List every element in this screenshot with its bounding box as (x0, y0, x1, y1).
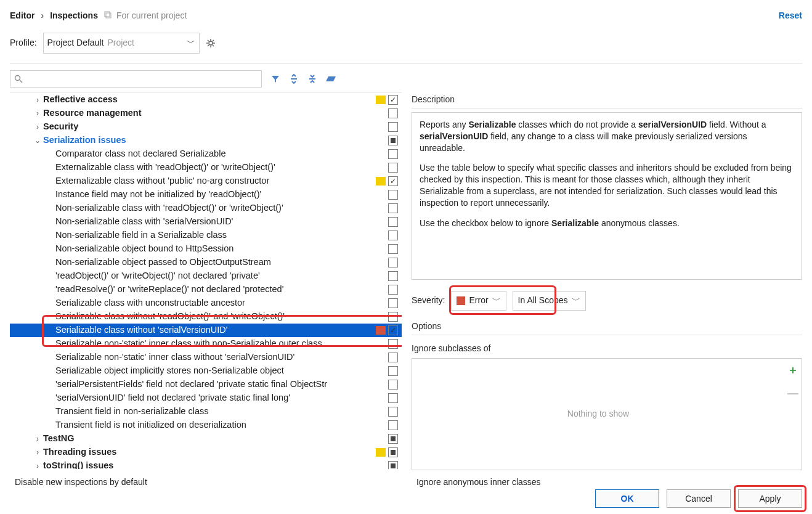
tree-item[interactable]: Non-serializable class with 'readObject(… (10, 202, 402, 215)
tree-item-label: Non-serializable object passed to Object… (55, 256, 271, 269)
search-icon (14, 75, 23, 83)
tree-item[interactable]: Non-serializable object bound to HttpSes… (10, 242, 402, 256)
inspection-checkbox[interactable] (388, 420, 398, 430)
severity-swatch-icon (376, 136, 386, 145)
profile-select[interactable]: Project Default Project ﹀ (43, 33, 200, 54)
tree-item[interactable]: Serializable class without 'readObject()… (10, 310, 402, 324)
severity-swatch-icon (376, 285, 386, 294)
inspection-checkbox[interactable] (388, 285, 398, 295)
tree-item[interactable]: Transient field is not initialized on de… (10, 418, 402, 432)
gear-icon[interactable] (206, 38, 216, 48)
tree-item-label: Externalizable class without 'public' no… (55, 175, 269, 187)
ignore-anonymous-label: Ignore anonymous inner classes (416, 476, 541, 488)
tree-category[interactable]: ⌄ Serialization issues (10, 134, 402, 147)
apply-button[interactable]: Apply (738, 489, 802, 508)
inspection-checkbox[interactable] (388, 190, 398, 200)
inspection-checkbox[interactable] (388, 95, 398, 105)
tree-category[interactable]: › Reflective access (10, 93, 402, 107)
ok-button[interactable]: OK (595, 489, 659, 508)
inspection-checkbox[interactable] (388, 217, 398, 227)
tree-item[interactable]: Comparator class not declared Serializab… (10, 147, 402, 161)
reset-tool-icon[interactable] (326, 74, 337, 84)
inspection-checkbox[interactable] (388, 271, 398, 281)
tree-item[interactable]: 'readResolve()' or 'writeReplace()' not … (10, 283, 402, 296)
inspection-checkbox[interactable] (388, 461, 398, 469)
inspection-checkbox[interactable] (388, 325, 398, 335)
add-button[interactable]: ＋ (787, 362, 798, 377)
inspection-checkbox[interactable] (388, 136, 398, 145)
severity-swatch-icon (376, 394, 386, 402)
tree-item[interactable]: 'readObject()' or 'writeObject()' not de… (10, 269, 402, 283)
tree-item[interactable]: Serializable class with unconstructable … (10, 296, 402, 310)
search-input[interactable] (10, 70, 262, 88)
tree-item[interactable]: Externalizable class without 'public' no… (10, 174, 402, 188)
inspection-checkbox[interactable] (388, 393, 398, 403)
scope-select[interactable]: In All Scopes ﹀ (513, 291, 586, 311)
tree-category-label: Reflective access (43, 94, 118, 106)
inspection-checkbox[interactable] (388, 339, 398, 349)
inspection-checkbox[interactable] (388, 149, 398, 159)
tree-item-label: Comparator class not declared Serializab… (55, 148, 225, 160)
inspection-checkbox[interactable] (388, 108, 398, 118)
tree-item[interactable]: Serializable class without 'serialVersio… (10, 324, 402, 337)
inspection-checkbox[interactable] (388, 203, 398, 213)
tree-category[interactable]: › TestNG (10, 432, 402, 446)
inspection-checkbox[interactable] (388, 258, 398, 267)
tree-item[interactable]: Transient field in non-serializable clas… (10, 405, 402, 418)
severity-swatch-icon (376, 96, 386, 104)
reset-button[interactable]: Reset (779, 10, 802, 22)
inspection-checkbox[interactable] (388, 176, 398, 186)
ignore-subclasses-list[interactable]: Nothing to show ＋ — (412, 358, 802, 470)
inspection-checkbox[interactable] (388, 407, 398, 417)
tree-item[interactable]: Serializable object implicitly stores no… (10, 364, 402, 378)
inspection-checkbox[interactable] (388, 434, 398, 444)
inspection-checkbox[interactable] (388, 230, 398, 240)
inspection-checkbox[interactable] (388, 447, 398, 457)
inspection-checkbox[interactable] (388, 163, 398, 173)
breadcrumb-leaf[interactable]: Inspections (50, 10, 98, 22)
inspection-checkbox[interactable] (388, 122, 398, 132)
inspection-checkbox[interactable] (388, 312, 398, 322)
tree-item[interactable]: Non-serializable object passed to Object… (10, 256, 402, 269)
collapse-all-icon[interactable] (307, 74, 317, 84)
tree-item[interactable]: Serializable non-'static' inner class wi… (10, 337, 402, 351)
filter-icon[interactable] (270, 74, 280, 84)
tree-item[interactable]: 'serialVersionUID' field not declared 'p… (10, 391, 402, 405)
chevron-icon: › (33, 122, 42, 132)
error-swatch-icon (457, 296, 465, 305)
severity-swatch-icon (376, 272, 386, 280)
tree-category[interactable]: › toString() issues (10, 459, 402, 469)
inspections-tree[interactable]: › Reflective access › Resource managemen… (10, 92, 402, 469)
tree-item-label: Serializable class without 'serialVersio… (55, 324, 228, 337)
expand-all-icon[interactable] (289, 74, 299, 84)
severity-swatch-icon (376, 299, 386, 308)
severity-swatch-icon (376, 407, 386, 416)
severity-swatch-icon (376, 163, 386, 172)
inspection-checkbox[interactable] (388, 244, 398, 254)
svg-line-9 (208, 45, 209, 46)
svg-line-10 (213, 40, 214, 41)
inspection-checkbox[interactable] (388, 366, 398, 376)
cancel-button[interactable]: Cancel (667, 489, 731, 508)
severity-swatch-icon (376, 326, 386, 335)
tree-category-label: Security (43, 121, 78, 133)
breadcrumb-root[interactable]: Editor (10, 10, 35, 22)
inspection-checkbox[interactable] (388, 353, 398, 362)
tree-category-label: TestNG (43, 433, 75, 445)
tree-item-label: Non-serializable object bound to HttpSes… (55, 243, 233, 255)
tree-item[interactable]: Serializable non-'static' inner class wi… (10, 351, 402, 364)
tree-category[interactable]: › Resource management (10, 107, 402, 120)
tree-item[interactable]: Instance field may not be initialized by… (10, 188, 402, 202)
inspection-checkbox[interactable] (388, 380, 398, 390)
inspection-checkbox[interactable] (388, 298, 398, 308)
tree-item[interactable]: Non-serializable class with 'serialVersi… (10, 215, 402, 229)
tree-item[interactable]: Non-serializable field in a Serializable… (10, 229, 402, 242)
tree-item[interactable]: Externalizable class with 'readObject()'… (10, 161, 402, 174)
tree-category[interactable]: › Threading issues (10, 446, 402, 459)
severity-select[interactable]: Error ﹀ (451, 291, 506, 311)
tree-category[interactable]: › Security (10, 120, 402, 134)
chevron-icon: › (33, 108, 42, 118)
tree-item[interactable]: 'serialPersistentFields' field not decla… (10, 378, 402, 391)
svg-point-11 (15, 75, 20, 80)
tree-item-label: 'serialPersistentFields' field not decla… (55, 378, 327, 391)
